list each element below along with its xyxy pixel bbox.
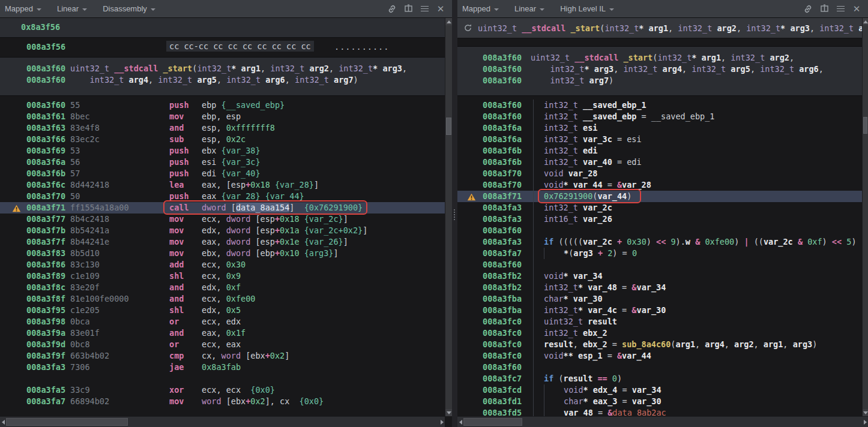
- signature-line[interactable]: 008a3f60 int32_t arg7): [457, 75, 862, 86]
- sticky-function-header[interactable]: uint32_t __stdcall _start(int32_t* arg1,…: [457, 18, 862, 38]
- hlil-row[interactable]: 008a3fa3if (((((var_2c + 0x30) << 9).w &…: [457, 236, 862, 248]
- hlil-row[interactable]: 008a3fd5var_48 = &data_8ab2ac: [457, 407, 862, 416]
- left-pane-toolbar: Mapped Linear Disassembly ✕: [0, 0, 452, 18]
- close-icon[interactable]: ✕: [850, 2, 863, 16]
- link-icon[interactable]: [801, 2, 815, 16]
- instruction-address: 008a3f6a: [26, 157, 70, 168]
- hlil-row[interactable]: 008a3f710x76291900(var_44): [457, 191, 862, 202]
- asm-row[interactable]: 008a3f9a83e01fandeax, 0x1f: [0, 327, 445, 339]
- scroll-left-button[interactable]: [457, 417, 463, 427]
- hlil-row[interactable]: 008a3fbachar* var_30: [457, 293, 862, 305]
- menu-icon[interactable]: [834, 2, 847, 16]
- asm-row[interactable]: 008a3f6383e4f8andesp, 0xfffffff8: [0, 122, 445, 134]
- hlil-row[interactable]: 008a3fa3int32_t var_2c: [457, 202, 862, 214]
- close-icon[interactable]: ✕: [434, 2, 447, 16]
- left-linear-dropdown[interactable]: Linear: [57, 4, 87, 13]
- asm-row[interactable]: 008a3f838b5d10movebx, dword [ebp+0x10 {a…: [0, 248, 445, 259]
- asm-row[interactable]: 008a3fa766894b02movword [ebx+0x2], cx {0…: [0, 396, 445, 407]
- left-hscroll-thumb[interactable]: [6, 418, 128, 426]
- instruction-bytes: 7306: [70, 362, 169, 373]
- asm-row[interactable]: 008a3f7f8b44241emoveax, dword [esp+0x1e …: [0, 236, 445, 248]
- asm-row[interactable]: 008a3f89c1e109shlecx, 0x9: [0, 270, 445, 282]
- split-view-icon[interactable]: [818, 2, 831, 16]
- left-view-type-dropdown[interactable]: Disassembly: [103, 4, 155, 13]
- asm-row[interactable]: 008a3f6b57pushedi {var_40}: [0, 168, 445, 179]
- asm-row[interactable]: 008a3f6683ec2csubesp, 0x2c: [0, 134, 445, 145]
- asm-row[interactable]: 008a3f8683c130addecx, 0x30: [0, 259, 445, 270]
- hlil-row[interactable]: 008a3fbaint32_t* var_4c = &var_30: [457, 305, 862, 316]
- left-vertical-scrollbar[interactable]: [445, 18, 452, 416]
- hlil-row[interactable]: 008a3f6bint32_t edi: [457, 145, 862, 157]
- asm-row[interactable]: 008a3f6953pushebx {var_38}: [0, 145, 445, 157]
- hlil-row[interactable]: 008a3f70void var_28: [457, 168, 862, 179]
- scroll-right-button[interactable]: [439, 417, 445, 427]
- asm-row[interactable]: 008a3f95c1e205shledx, 0x5: [0, 305, 445, 316]
- left-mapped-dropdown[interactable]: Mapped: [5, 4, 41, 13]
- hlil-row[interactable]: 008a3fc0result, ebx_2 = sub_8a4c60(arg1,…: [457, 339, 862, 350]
- asm-row[interactable]: [0, 373, 445, 384]
- hlil-row[interactable]: 008a3f60: [457, 259, 862, 270]
- asm-row[interactable]: 008a3f6c8d442418leaeax, [esp+0x18 {var_2…: [0, 179, 445, 191]
- signature-line[interactable]: 008a3f60 int32_t* arg3, int32_t arg4, in…: [457, 64, 862, 75]
- asm-row[interactable]: 008a3f6055pushebp {__saved_ebp}: [0, 100, 445, 111]
- asm-row[interactable]: 008a3f7050pusheax {var_28} {var_44}: [0, 191, 445, 202]
- hlil-row[interactable]: 008a3f60int32_t __saved_ebp_1: [457, 100, 862, 111]
- asm-row[interactable]: 008a3fa533c9xorecx, ecx {0x0}: [0, 384, 445, 396]
- operands: ecx, 0x9: [202, 270, 241, 282]
- hlil-row[interactable]: 008a3f60: [457, 225, 862, 236]
- signature-line[interactable]: 008a3f60 int32_t arg4, int32_t arg5, int…: [0, 74, 445, 86]
- hlil-signature-block[interactable]: 008a3f60uint32_t __stdcall _start(int32_…: [457, 46, 862, 96]
- asm-row[interactable]: 008a3f778b4c2418movecx, dword [esp+0x18 …: [0, 214, 445, 225]
- signature-line[interactable]: 008a3f60uint32_t __stdcall _start(int32_…: [457, 52, 862, 64]
- right-vscroll-thumb[interactable]: [863, 117, 867, 134]
- hlil-row[interactable]: 008a3fb2void* var_34: [457, 270, 862, 282]
- hlil-row[interactable]: 008a3fc0int32_t ebx_2: [457, 327, 862, 339]
- padding-bytes-row[interactable]: 008a3f56 cc cc-cc cc cc cc cc cc cc cc .…: [0, 38, 445, 57]
- asm-row[interactable]: 008a3f7b8b54241amovedx, dword [esp+0x1a …: [0, 225, 445, 236]
- right-hscroll-thumb[interactable]: [463, 418, 522, 426]
- hlil-row[interactable]: 008a3fd1char* eax_3 = var_30: [457, 396, 862, 407]
- hlil-row[interactable]: 008a3f70void* var_44 = &var_28: [457, 179, 862, 191]
- asm-row[interactable]: 008a3fa37306jae0x8a3fab: [0, 362, 445, 373]
- left-vscroll-thumb[interactable]: [446, 118, 451, 135]
- split-view-icon[interactable]: [402, 2, 415, 16]
- hlil-row[interactable]: 008a3f6aint32_t var_3c = esi: [457, 134, 862, 145]
- right-view-type-dropdown[interactable]: High Level IL: [560, 4, 614, 13]
- right-linear-dropdown[interactable]: Linear: [514, 4, 544, 13]
- right-horizontal-scrollbar[interactable]: [457, 416, 868, 427]
- asm-row[interactable]: 008a3f618becmovebp, esp: [0, 111, 445, 122]
- asm-row[interactable]: 008a3f71ff1554a18a00calldword [data_8aa1…: [0, 202, 445, 214]
- hlil-row[interactable]: 008a3fc0uint32_t result: [457, 316, 862, 327]
- pane-splitter[interactable]: [452, 0, 457, 427]
- scroll-left-button[interactable]: [0, 417, 6, 427]
- hlil-row[interactable]: 008a3fcdvoid* edx_4 = var_34: [457, 384, 862, 396]
- signature-line[interactable]: 008a3f60uint32_t __stdcall _start(int32_…: [0, 63, 445, 74]
- scroll-down-button[interactable]: [445, 409, 452, 416]
- hlil-row[interactable]: 008a3f60: [457, 362, 862, 373]
- asm-row[interactable]: 008a3f9d0bc8orecx, eax: [0, 339, 445, 350]
- hlil-row[interactable]: 008a3f6bint32_t var_40 = edi: [457, 157, 862, 168]
- scroll-up-button[interactable]: [445, 18, 452, 25]
- hlil-row[interactable]: 008a3fa3int16_t var_26: [457, 214, 862, 225]
- hlil-row[interactable]: 008a3fc7if (result == 0): [457, 373, 862, 384]
- hlil-row[interactable]: 008a3fb2int32_t* var_48 = &var_34: [457, 282, 862, 293]
- linear-preview-band[interactable]: 0x8a3f56: [0, 18, 445, 38]
- hlil-row[interactable]: 008a3fa7*(arg3 + 2) = 0: [457, 248, 862, 259]
- menu-icon[interactable]: [418, 2, 431, 16]
- right-mapped-dropdown[interactable]: Mapped: [462, 4, 499, 13]
- scroll-up-button[interactable]: [863, 18, 868, 25]
- function-signature-block[interactable]: 008a3f60uint32_t __stdcall _start(int32_…: [0, 57, 445, 96]
- link-icon[interactable]: [385, 2, 399, 16]
- left-horizontal-scrollbar[interactable]: [0, 416, 445, 427]
- asm-row[interactable]: 008a3f9f663b4b02cmpcx, word [ebx+0x2]: [0, 350, 445, 362]
- hlil-row[interactable]: 008a3f60int32_t __saved_ebp = __saved_eb…: [457, 111, 862, 122]
- asm-row[interactable]: 008a3f6a56pushesi {var_3c}: [0, 157, 445, 168]
- hlil-row[interactable]: 008a3fc0void** esp_1 = &var_44: [457, 350, 862, 362]
- hlil-row[interactable]: 008a3f6aint32_t esi: [457, 122, 862, 134]
- asm-row[interactable]: 008a3f8c83e20fandedx, 0xf: [0, 282, 445, 293]
- asm-row[interactable]: 008a3f8f81e100fe0000andecx, 0xfe00: [0, 293, 445, 305]
- scroll-down-button[interactable]: [863, 409, 868, 416]
- right-vertical-scrollbar[interactable]: [862, 18, 868, 416]
- asm-row[interactable]: 008a3f980bcaorecx, edx: [0, 316, 445, 327]
- scroll-right-button[interactable]: [862, 417, 868, 427]
